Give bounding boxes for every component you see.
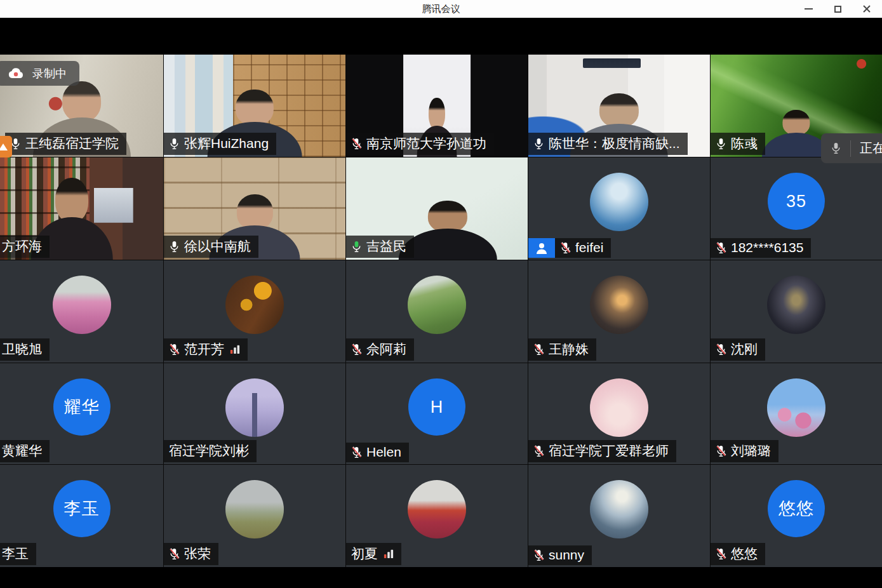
participant-name: 张辉HuiZhang [184, 135, 269, 152]
participant-tile[interactable]: 刘璐璐 [711, 363, 882, 464]
participant-name: 宿迁学院丁爱群老师 [549, 442, 669, 460]
mic-icon [169, 343, 180, 356]
participant-name: 王静姝 [549, 340, 589, 358]
name-label: 王静姝 [528, 338, 596, 361]
name-label: 卫晓旭 [0, 338, 50, 361]
name-label: 佘阿莉 [346, 338, 414, 361]
participant-name: sunny [549, 547, 584, 563]
participant-tile[interactable]: 王静姝 [528, 260, 710, 363]
participant-tile[interactable]: 张辉HuiZhang [164, 55, 345, 157]
speaking-indicator-text: 正在讲 [851, 140, 882, 157]
participant-tile[interactable]: 范开芳 [164, 260, 345, 363]
name-label: 范开芳 [164, 338, 248, 361]
mic-icon [533, 343, 544, 356]
participant-name: 182****6135 [731, 240, 803, 255]
mic-icon [169, 137, 180, 150]
video-feed-detail [583, 58, 641, 68]
participant-name: feifei [575, 240, 603, 255]
name-label: 悠悠 [711, 543, 765, 565]
mic-icon [560, 241, 571, 255]
mic-icon [716, 547, 726, 561]
participant-name: 南京师范大学孙道功 [366, 135, 486, 152]
participant-name: 沈刚 [731, 340, 758, 358]
name-label: 182****6135 [711, 238, 811, 258]
participant-tile[interactable]: 张荣 [164, 465, 345, 567]
participant-tile[interactable]: 耀华 黄耀华 [0, 363, 163, 464]
participant-tile[interactable]: 方环海 [0, 157, 163, 260]
name-label: 宿迁学院丁爱群老师 [528, 440, 676, 462]
participant-tile[interactable]: 陈世华：极度情商缺... [528, 55, 710, 157]
mic-icon [716, 137, 726, 150]
avatar-photo [590, 378, 648, 437]
participant-tile[interactable]: 宿迁学院丁爱群老师 [528, 363, 710, 464]
avatar-initials-circle: 李玉 [53, 480, 110, 537]
mic-icon [351, 343, 362, 356]
avatar-photo [53, 276, 111, 334]
recording-status-badge: 录制中 [0, 61, 79, 86]
avatar-photo [590, 173, 648, 231]
name-label: 南京师范大学孙道功 [346, 133, 494, 155]
participant-tile[interactable]: 吉益民 [346, 157, 528, 260]
name-label: 徐以中南航 [164, 236, 258, 258]
network-signal-icon [230, 344, 240, 354]
participant-tile[interactable]: 沈刚 [711, 260, 882, 363]
participant-tile[interactable]: feifei [528, 157, 710, 260]
participant-name: 初夏 [351, 545, 378, 563]
participant-name: 徐以中南航 [184, 237, 251, 255]
maximize-icon[interactable] [832, 4, 843, 14]
name-label: 宿迁学院刘彬 [164, 440, 257, 462]
participant-tile[interactable]: 李玉 李玉 [0, 465, 163, 567]
participant-tile[interactable]: 南京师范大学孙道功 [346, 55, 528, 157]
participant-tile[interactable]: 初夏 [346, 465, 528, 567]
avatar-initials: H [431, 398, 444, 417]
participant-name: 陈世华：极度情商缺... [549, 135, 680, 152]
avatar-photo [225, 276, 284, 334]
avatar-initials-circle: 耀华 [53, 378, 110, 436]
mic-icon [533, 549, 544, 562]
name-label: 陈世华：极度情商缺... [528, 133, 688, 155]
avatar-photo [408, 480, 466, 538]
name-label: feifei [528, 238, 611, 258]
close-icon[interactable] [862, 4, 872, 14]
avatar-initials-circle: H [408, 378, 465, 436]
participant-name: 宿迁学院刘彬 [169, 442, 249, 460]
participant-tile[interactable]: 佘阿莉 [346, 260, 528, 363]
person-figure [762, 110, 831, 157]
participant-tile[interactable]: 卫晓旭 [0, 260, 163, 363]
mic-icon [533, 137, 544, 150]
avatar-photo [408, 276, 466, 334]
participant-name: 陈彧 [731, 135, 758, 152]
participant-name: Helen [366, 444, 401, 460]
mic-icon [716, 241, 726, 255]
participant-name: 方环海 [2, 237, 42, 255]
participant-tile[interactable]: H Helen [346, 363, 528, 464]
name-label: 李玉 [0, 543, 36, 565]
window-title: 腾讯会议 [0, 3, 882, 15]
participant-tile[interactable]: 悠悠 悠悠 [711, 465, 882, 567]
name-label: 陈彧 [711, 133, 765, 155]
participant-name: 吉益民 [366, 237, 406, 255]
name-label: 张辉HuiZhang [164, 133, 276, 155]
mic-icon [351, 446, 362, 459]
cloud-recording-icon [8, 68, 24, 79]
participant-tile[interactable]: 徐以中南航 [164, 157, 345, 260]
avatar-photo [767, 276, 825, 334]
microphone-icon [821, 142, 850, 155]
name-label: 黄耀华 [0, 440, 50, 462]
mic-icon [351, 240, 362, 253]
name-label: 沈刚 [711, 338, 765, 361]
participant-tile[interactable]: sunny [528, 465, 710, 567]
mic-icon [716, 343, 726, 356]
mic-icon [169, 240, 180, 253]
name-label: 初夏 [346, 543, 401, 565]
avatar-photo [225, 378, 284, 437]
window-controls [803, 4, 882, 14]
avatar-initials: 35 [786, 192, 806, 211]
participant-tile[interactable]: 35 182****6135 [711, 157, 882, 260]
participant-tile[interactable]: 宿迁学院刘彬 [164, 363, 345, 464]
avatar-initials: 耀华 [64, 396, 100, 418]
name-label: sunny [528, 545, 592, 565]
minimize-icon[interactable] [803, 4, 813, 14]
profile-badge-icon [528, 238, 555, 258]
meeting-window: 腾讯会议 王纯磊宿迁学院 [0, 0, 882, 588]
